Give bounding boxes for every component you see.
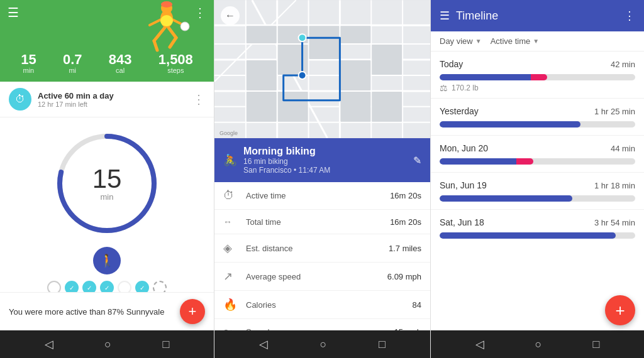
svg-point-10 [180, 22, 189, 31]
recent-nav-icon[interactable]: □ [162, 338, 169, 351]
panel-timeline-wrapper: ☰ Timeline ⋮ Day view ▼ Active time ▼ To… [430, 0, 644, 358]
current-speed-icon: 〜 [223, 326, 241, 330]
circle-center: 15 min [92, 166, 122, 202]
bike-icon: 🚴 [223, 153, 237, 167]
weight-row-today: ⚖ 170.2 lb [440, 83, 635, 93]
active-time-icon: ⏱ [223, 189, 241, 202]
stat-min: 15 min [21, 53, 36, 74]
goal-info: ⏱ Active 60 min a day 12 hr 17 min left [9, 88, 114, 111]
nav-bar-1: ◁ ○ □ [0, 330, 214, 358]
home-nav-2-icon[interactable]: ○ [320, 338, 327, 351]
timeline-menu-icon[interactable]: ☰ [440, 9, 450, 23]
svg-rect-38 [278, 92, 308, 122]
svg-rect-32 [278, 45, 308, 75]
add-fab-button[interactable]: + [180, 299, 205, 324]
timeline-title-row: ☰ Timeline [440, 9, 498, 23]
back-nav-3-icon[interactable]: ◁ [475, 337, 484, 351]
walking-icon: 🚶 [93, 247, 121, 274]
svg-point-9 [160, 15, 173, 26]
svg-text:Google: Google [219, 130, 238, 136]
filter-row: Day view ▼ Active time ▼ [431, 31, 644, 52]
svg-rect-37 [247, 92, 277, 122]
svg-rect-33 [309, 26, 340, 59]
day-header-mon-jun20: Mon, Jun 20 44 min [440, 143, 635, 153]
active-time-arrow-icon: ▼ [533, 38, 539, 45]
svg-line-7 [150, 19, 162, 25]
back-nav-icon[interactable]: ◁ [45, 337, 53, 351]
home-nav-icon[interactable]: ○ [104, 338, 111, 351]
timeline-day-sun-jun19: Sun, Jun 19 1 hr 18 min [431, 173, 644, 209]
svg-point-41 [299, 34, 306, 41]
total-time-icon: ↔ [223, 217, 241, 227]
panel-fitness: ☰ ⋮ [0, 0, 214, 358]
map-container: Google ← [214, 0, 430, 138]
nav-bar-2: ◁ ○ □ [214, 330, 430, 358]
recent-nav-2-icon[interactable]: □ [379, 338, 386, 351]
svg-rect-29 [247, 26, 277, 43]
activity-info: Morning biking 16 min biking San Francis… [243, 146, 413, 175]
svg-rect-39 [340, 92, 370, 122]
timeline-header: ☰ Timeline ⋮ [431, 0, 644, 31]
more-options-icon[interactable]: ⋮ [194, 5, 206, 20]
day-header-yesterday: Yesterday 1 hr 25 min [440, 106, 635, 116]
day-header-sun-jun19: Sun, Jun 19 1 hr 18 min [440, 180, 635, 190]
home-nav-3-icon[interactable]: ○ [535, 338, 542, 351]
weight-icon: ⚖ [440, 83, 448, 93]
progress-circle: 15 min [50, 127, 164, 240]
stat-total-time: ↔ Total time 16m 20s [214, 210, 430, 234]
progress-bar-yesterday [440, 121, 635, 127]
recent-nav-3-icon[interactable]: □ [593, 338, 600, 351]
day-header-sat-jun18: Sat, Jun 18 3 hr 54 min [440, 217, 635, 227]
svg-line-5 [169, 28, 176, 38]
svg-line-6 [170, 38, 176, 47]
stat-avg-speed: ↗ Average speed 6.09 mph [214, 263, 430, 291]
svg-line-3 [154, 28, 165, 41]
day-header-today: Today 42 min [440, 59, 635, 69]
activity-header: 🚴 Morning biking 16 min biking San Franc… [214, 138, 430, 182]
progress-bar-today [440, 74, 635, 80]
calories-icon: 🔥 [223, 298, 241, 312]
timeline-more-icon[interactable]: ⋮ [624, 9, 635, 23]
map-back-button[interactable]: ← [221, 6, 240, 25]
timeline-title: Timeline [456, 9, 498, 23]
fitness-header: ☰ ⋮ [0, 0, 214, 82]
timeline-day-today: Today 42 min ⚖ 170.2 lb [431, 52, 644, 98]
goal-more-icon[interactable]: ⋮ [192, 92, 205, 107]
svg-rect-30 [247, 60, 277, 90]
day-view-arrow-icon: ▼ [475, 38, 482, 45]
stat-calories: 🔥 Calories 84 [214, 291, 430, 319]
bottom-card: You were more active than 87% Sunnyvale … [0, 292, 214, 330]
svg-line-4 [154, 41, 157, 50]
timeline-day-mon-jun20: Mon, Jun 20 44 min [431, 136, 644, 172]
goal-icon: ⏱ [9, 88, 31, 111]
svg-point-42 [299, 72, 306, 79]
active-time-dropdown[interactable]: Active time ▼ [491, 36, 539, 46]
timeline-day-sat-jun18: Sat, Jun 18 3 hr 54 min [431, 210, 644, 246]
svg-point-2 [161, 1, 172, 8]
goal-bar: ⏱ Active 60 min a day 12 hr 17 min left … [0, 82, 214, 117]
panel-map-activity: Google ← 🚴 Morning biking 16 min biking … [214, 0, 430, 358]
svg-rect-36 [372, 45, 402, 75]
day-view-dropdown[interactable]: Day view ▼ [440, 36, 482, 46]
svg-rect-34 [340, 26, 370, 43]
progress-bar-sun-jun19 [440, 195, 635, 202]
runner-illustration [126, 0, 195, 63]
distance-icon: ◈ [223, 241, 241, 255]
stat-speed: 〜 Speed 15 mph [214, 319, 430, 330]
timeline-add-fab-button[interactable]: + [605, 295, 635, 325]
progress-bar-mon-jun20 [440, 158, 635, 165]
edit-icon[interactable]: ✎ [413, 155, 421, 166]
back-nav-2-icon[interactable]: ◁ [259, 337, 268, 351]
stat-distance: ◈ Est. distance 1.7 miles [214, 234, 430, 263]
stat-active-time: ⏱ Active time 16m 20s [214, 182, 430, 210]
stat-mi: 0.7 mi [63, 53, 82, 74]
fitness-main: 15 min 🚶 T ✓ F ✓ S ✓ S [0, 117, 214, 358]
svg-rect-35 [340, 60, 370, 90]
timeline-content: Today 42 min ⚖ 170.2 lb Yesterday 1 hr 2… [431, 52, 644, 330]
goal-text: Active 60 min a day 12 hr 17 min left [38, 91, 114, 108]
menu-icon[interactable]: ☰ [8, 5, 19, 20]
progress-bar-sat-jun18 [440, 232, 635, 239]
speed-icon: ↗ [223, 269, 241, 283]
timeline-day-yesterday: Yesterday 1 hr 25 min [431, 99, 644, 135]
nav-bar-3: ◁ ○ □ [431, 330, 644, 358]
